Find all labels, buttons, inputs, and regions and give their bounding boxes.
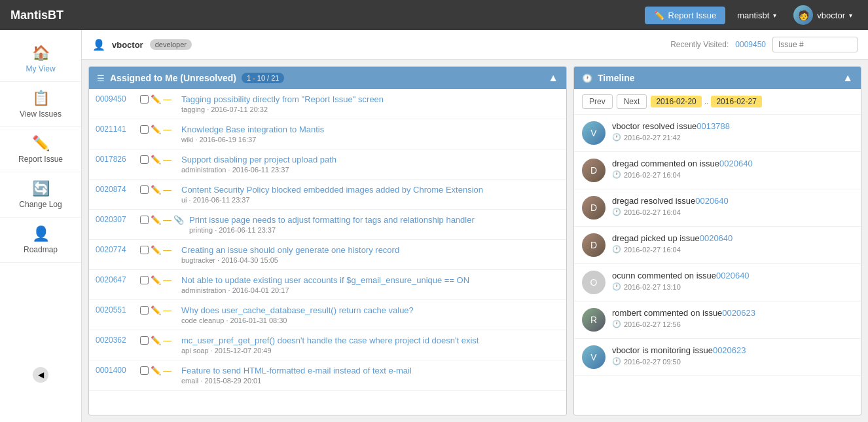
issue-id-link[interactable]: 0020874 bbox=[96, 185, 135, 194]
issue-id-link[interactable]: 0021141 bbox=[96, 125, 135, 134]
issue-title-link[interactable]: Not able to update existing user account… bbox=[181, 275, 560, 285]
list-icon: 📋 bbox=[32, 90, 50, 107]
issue-checkbox[interactable] bbox=[140, 306, 149, 315]
roadmap-icon: 👤 bbox=[32, 225, 50, 242]
issue-checkbox[interactable] bbox=[140, 125, 149, 134]
minus-icon[interactable]: — bbox=[163, 336, 172, 345]
timeline-panel-toggle[interactable]: ▲ bbox=[842, 72, 853, 84]
table-row: 0020874✏️—Content Security Policy blocke… bbox=[89, 180, 566, 210]
issue-id-link[interactable]: 0017826 bbox=[96, 155, 135, 164]
date-to[interactable]: 2016-02-27 bbox=[711, 96, 761, 107]
issue-title-link[interactable]: Knowledge Base integration to Mantis bbox=[181, 125, 560, 134]
issue-title-link[interactable]: Feature to send HTML-formatted e-mail in… bbox=[181, 366, 560, 375]
search-input[interactable] bbox=[772, 37, 858, 52]
two-column-layout: ☰ Assigned to Me (Unresolved) 1 - 10 / 2… bbox=[82, 60, 868, 422]
sidebar-collapse-button[interactable]: ◀ bbox=[33, 367, 48, 383]
minus-icon[interactable]: — bbox=[163, 215, 172, 225]
issue-title-link[interactable]: Why does user_cache_database_result() re… bbox=[181, 305, 560, 315]
timeline-timestamp: 🕐2016-02-27 13:10 bbox=[612, 282, 853, 291]
issue-checkbox[interactable] bbox=[140, 216, 149, 224]
sidebar-item-label: Report Issue bbox=[18, 155, 63, 164]
timeline-entry-text: vboctor resolved issue0013788 bbox=[612, 121, 853, 131]
minus-icon[interactable]: — bbox=[163, 94, 172, 104]
report-issue-button[interactable]: ✏️ Report Issue bbox=[645, 7, 726, 24]
edit-icon[interactable]: ✏️ bbox=[151, 366, 161, 375]
edit-icon[interactable]: ✏️ bbox=[151, 336, 161, 345]
issue-controls: ✏️—📎 bbox=[140, 215, 184, 225]
timeline-issue-link[interactable]: 0020623 bbox=[722, 308, 755, 318]
timeline-issue-link[interactable]: 0020640 bbox=[700, 233, 733, 243]
issue-title-link[interactable]: Content Security Policy blocked embedded… bbox=[181, 185, 560, 195]
minus-icon[interactable]: — bbox=[163, 185, 172, 195]
edit-icon[interactable]: ✏️ bbox=[151, 275, 161, 285]
issue-title-link[interactable]: Tagging possibility directly from "Repor… bbox=[181, 94, 560, 104]
clock-icon: 🕐 bbox=[612, 320, 621, 328]
issue-checkbox[interactable] bbox=[140, 155, 149, 164]
timeline-issue-link[interactable]: 0020640 bbox=[719, 159, 753, 168]
issue-title-link[interactable]: Creating an issue should only generate o… bbox=[181, 245, 560, 255]
timeline-issue-link[interactable]: 0020640 bbox=[716, 271, 750, 280]
sidebar-item-view-issues[interactable]: 📋 View Issues bbox=[0, 82, 81, 127]
issue-checkbox[interactable] bbox=[140, 336, 149, 345]
table-row: 0020362✏️—mc_user_pref_get_pref() doesn'… bbox=[89, 330, 566, 360]
edit-icon[interactable]: ✏️ bbox=[151, 155, 161, 164]
issue-title-link[interactable]: Support disabling per project upload pat… bbox=[181, 155, 560, 164]
table-row: 0001400✏️—Feature to send HTML-formatted… bbox=[89, 360, 566, 391]
user-menu[interactable]: 🧑 vboctor ▾ bbox=[788, 3, 858, 28]
timeline-issue-link[interactable]: 0013788 bbox=[696, 121, 730, 131]
list-header-icon: ☰ bbox=[97, 73, 105, 83]
prev-button[interactable]: Prev bbox=[582, 94, 613, 109]
minus-icon[interactable]: — bbox=[163, 155, 172, 164]
minus-icon[interactable]: — bbox=[163, 275, 172, 285]
avatar: R bbox=[582, 308, 606, 332]
sidebar-item-report-issue[interactable]: ✏️ Report Issue bbox=[0, 127, 81, 172]
minus-icon[interactable]: — bbox=[163, 366, 172, 375]
table-row: 0020551✏️—Why does user_cache_database_r… bbox=[89, 300, 566, 330]
sidebar-item-roadmap[interactable]: 👤 Roadmap bbox=[0, 218, 81, 263]
issue-meta: ui · 2016-06-11 23:37 bbox=[181, 196, 560, 204]
issue-id-link[interactable]: 0020551 bbox=[96, 305, 135, 315]
issue-checkbox[interactable] bbox=[140, 95, 149, 104]
edit-icon[interactable]: ✏️ bbox=[151, 94, 161, 104]
account-menu[interactable]: mantisbt ▾ bbox=[732, 8, 782, 23]
issue-id-link[interactable]: 0020307 bbox=[96, 215, 135, 224]
issue-id-link[interactable]: 0020362 bbox=[96, 336, 135, 345]
issue-checkbox[interactable] bbox=[140, 185, 149, 194]
issue-controls: ✏️— bbox=[140, 245, 176, 255]
minus-icon[interactable]: — bbox=[163, 305, 172, 315]
table-row: 0009450✏️—Tagging possibility directly f… bbox=[89, 89, 566, 119]
timeline-entry-text: dregad commented on issue0020640 bbox=[612, 159, 853, 168]
issue-title-link[interactable]: Print issue page needs to adjust formatt… bbox=[189, 215, 560, 225]
issue-id-link[interactable]: 0020647 bbox=[96, 275, 135, 284]
issue-id-link[interactable]: 0001400 bbox=[96, 366, 135, 375]
table-row: 0020774✏️—Creating an issue should only … bbox=[89, 240, 566, 270]
edit-icon[interactable]: ✏️ bbox=[151, 185, 161, 195]
edit-icon[interactable]: ✏️ bbox=[151, 215, 161, 225]
timeline-panel: 🕐 Timeline ▲ Prev Next 2016-02-20 .. 201… bbox=[573, 66, 861, 415]
issue-checkbox[interactable] bbox=[140, 246, 149, 254]
minus-icon[interactable]: — bbox=[163, 245, 172, 255]
issue-id-link[interactable]: 0009450 bbox=[96, 94, 135, 104]
issue-controls: ✏️— bbox=[140, 125, 176, 134]
timeline-issue-link[interactable]: 0020640 bbox=[695, 196, 729, 206]
issue-title-link[interactable]: mc_user_pref_get_pref() doesn't handle t… bbox=[181, 336, 560, 345]
timeline-issue-link[interactable]: 0020623 bbox=[713, 345, 746, 355]
sidebar-item-my-view[interactable]: 🏠 My View bbox=[0, 37, 81, 82]
sidebar-item-change-log[interactable]: 🔄 Change Log bbox=[0, 172, 81, 218]
clock-icon: 🕐 bbox=[612, 208, 621, 216]
issue-checkbox[interactable] bbox=[140, 366, 149, 375]
user-bar-right: Recently Visited: 0009450 bbox=[670, 37, 858, 52]
issue-controls: ✏️— bbox=[140, 336, 176, 345]
recently-visited-link[interactable]: 0009450 bbox=[735, 40, 766, 49]
sidebar-item-label: Roadmap bbox=[24, 245, 58, 254]
issue-checkbox[interactable] bbox=[140, 276, 149, 284]
minus-icon[interactable]: — bbox=[163, 125, 172, 134]
issues-panel-toggle[interactable]: ▲ bbox=[548, 72, 558, 84]
edit-icon[interactable]: ✏️ bbox=[151, 245, 161, 255]
issue-id-link[interactable]: 0020774 bbox=[96, 245, 135, 254]
date-from[interactable]: 2016-02-20 bbox=[651, 96, 701, 107]
edit-icon[interactable]: ✏️ bbox=[151, 125, 161, 134]
edit-icon[interactable]: ✏️ bbox=[151, 305, 161, 315]
avatar: 🧑 bbox=[793, 5, 813, 25]
next-button[interactable]: Next bbox=[617, 94, 647, 109]
